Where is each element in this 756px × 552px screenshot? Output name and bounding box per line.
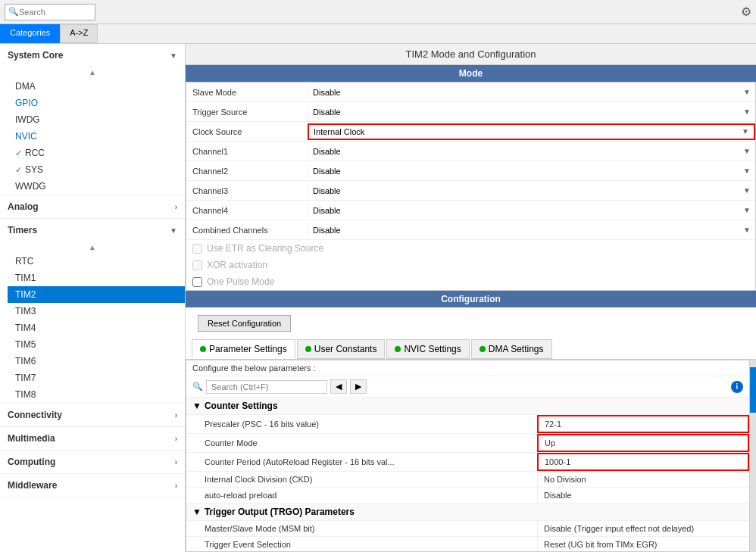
ckd-row: Internal Clock Division (CKD) No Divisio… [186,472,749,488]
sidebar-item-nvic[interactable]: NVIC [8,128,185,145]
system-core-label: System Core [8,50,63,61]
sidebar-item-rcc[interactable]: ✓RCC [8,145,185,161]
channel4-select-wrapper[interactable]: Disable ▼ [308,204,755,217]
sidebar-item-tim1[interactable]: TIM1 [8,270,185,286]
one-pulse-checkbox[interactable] [192,277,202,287]
trgo-group: ▼ Trigger Output (TRGO) Parameters Maste… [186,504,749,552]
sidebar-item-tim5[interactable]: TIM5 [8,336,185,353]
sidebar-section-header-computing[interactable]: Computing › [0,451,185,473]
sidebar-section-header-connectivity[interactable]: Connectivity › [0,404,185,426]
system-core-items: DMA GPIO IWDG NVIC ✓RCC ✓SYS WWDG [0,78,185,195]
search-input[interactable] [19,8,80,17]
nvic-settings-dot [395,346,401,352]
sidebar-section-header-system-core[interactable]: System Core ▼ [0,44,185,67]
trgo-header[interactable]: ▼ Trigger Output (TRGO) Parameters [186,504,749,521]
timers-scroll-up[interactable]: ▲ [0,242,185,253]
sidebar-item-tim6[interactable]: TIM6 [8,353,185,370]
trigger-source-select-wrapper[interactable]: Disable ▼ [308,105,755,119]
trigger-source-row: Trigger Source Disable ▼ [186,102,755,122]
channel4-select[interactable]: Disable [308,204,755,217]
sidebar-item-tim3[interactable]: TIM3 [8,303,185,320]
info-icon[interactable]: i [731,381,743,393]
trigger-source-select[interactable]: Disable [308,105,755,119]
param-search-input[interactable] [206,380,327,394]
sidebar-item-wwdg[interactable]: WWDG [8,178,185,195]
sidebar-item-gpio[interactable]: GPIO [8,95,185,111]
auto-reload-name: auto-reload preload [186,488,537,503]
channel1-row: Channel1 Disable ▼ [186,142,755,161]
sidebar-item-tim2[interactable]: TIM2 [8,286,185,303]
clock-source-select-wrapper[interactable]: Internal Clock ▼ [308,123,755,140]
scrollbar[interactable] [750,360,756,552]
dma-settings-label: DMA Settings [489,344,544,354]
sidebar-section-middleware: Middleware › [0,474,185,497]
trigger-event-row: Trigger Event Selection Reset (UG bit fr… [186,537,749,552]
channel2-select[interactable]: Disable [308,164,755,178]
etr-label: Use ETR as Clearing Source [207,243,323,254]
channel2-select-wrapper[interactable]: Disable ▼ [308,164,755,178]
auto-reload-value[interactable]: Disable [537,488,749,503]
sidebar-item-dma[interactable]: DMA [8,78,185,95]
sidebar-item-tim8[interactable]: TIM8 [8,386,185,403]
search-prev-button[interactable]: ◀ [330,379,347,394]
sidebar-section-header-analog[interactable]: Analog › [0,195,185,218]
sidebar-section-multimedia: Multimedia › [0,427,185,451]
msm-value[interactable]: Disable (Trigger input effect not delaye… [537,521,749,536]
ckd-name: Internal Clock Division (CKD) [186,472,537,487]
mode-section-header: Mode [186,65,756,82]
counter-mode-name: Counter Mode [186,435,537,451]
channel3-select-wrapper[interactable]: Disable ▼ [308,184,755,198]
sidebar-item-tim4[interactable]: TIM4 [8,320,185,336]
parameter-settings-dot [200,346,206,352]
combined-channels-label: Combined Channels [186,223,308,238]
combined-channels-select[interactable]: Disable [308,223,755,237]
channel3-select[interactable]: Disable [308,184,755,198]
tab-nvic-settings[interactable]: NVIC Settings [386,339,469,359]
sidebar-section-header-timers[interactable]: Timers ▼ [0,219,185,242]
counter-mode-value[interactable]: Up [537,434,749,452]
counter-period-value[interactable]: 1000-1 [537,453,749,471]
tab-row: Categories A->Z [0,24,756,44]
one-pulse-checkbox-row[interactable]: One Pulse Mode [186,273,755,290]
counter-settings-header[interactable]: ▼ Counter Settings [186,398,749,415]
sidebar-item-iwdg[interactable]: IWDG [8,111,185,128]
sidebar-section-header-middleware[interactable]: Middleware › [0,474,185,497]
right-panel: TIM2 Mode and Configuration Mode Slave M… [186,44,756,552]
sidebar-section-system-core: System Core ▼ ▲ DMA GPIO IWDG NVIC ✓RCC … [0,44,185,195]
xor-checkbox-row: XOR activation [186,257,755,273]
search-icon: 🔍 [8,7,19,17]
tab-categories[interactable]: Categories [0,24,60,43]
search-box[interactable]: 🔍 [5,4,95,20]
tab-user-constants[interactable]: User Constants [297,339,386,359]
middleware-arrow: › [175,482,177,490]
sidebar-item-rtc[interactable]: RTC [8,253,185,270]
connectivity-label: Connectivity [8,410,62,420]
slave-mode-select-wrapper[interactable]: Disable ▼ [308,86,755,99]
prescaler-value[interactable]: 72-1 [537,415,749,433]
slave-mode-select[interactable]: Disable [308,86,755,99]
system-core-arrow: ▼ [170,51,177,60]
tab-parameter-settings[interactable]: Parameter Settings [192,339,295,359]
mode-section: Slave Mode Disable ▼ Trigger Source Disa… [186,82,756,291]
clock-source-select[interactable]: Internal Clock [309,125,754,139]
gear-icon[interactable]: ⚙ [741,5,751,19]
channel1-select[interactable]: Disable [308,145,755,158]
counter-settings-collapse-icon: ▼ [192,401,201,411]
scroll-up-arrow[interactable]: ▲ [0,67,185,78]
sidebar-item-sys[interactable]: ✓SYS [8,161,185,178]
sidebar-section-header-multimedia[interactable]: Multimedia › [0,427,185,450]
scrollbar-thumb[interactable] [750,367,756,413]
tab-atoz[interactable]: A->Z [60,24,98,43]
channel2-label: Channel2 [186,164,308,179]
ckd-value[interactable]: No Division [537,472,749,487]
trigger-event-value[interactable]: Reset (UG bit from TIMx EGR) [537,537,749,552]
sidebar-item-tim7[interactable]: TIM7 [8,370,185,386]
search-next-button[interactable]: ▶ [350,379,367,394]
timers-arrow: ▼ [170,226,177,235]
channel1-select-wrapper[interactable]: Disable ▼ [308,145,755,158]
tab-dma-settings[interactable]: DMA Settings [471,339,552,359]
channel3-row: Channel3 Disable ▼ [186,181,755,201]
reset-configuration-button[interactable]: Reset Configuration [198,315,291,332]
combined-channels-select-wrapper[interactable]: Disable ▼ [308,223,755,237]
user-constants-dot [305,346,311,352]
